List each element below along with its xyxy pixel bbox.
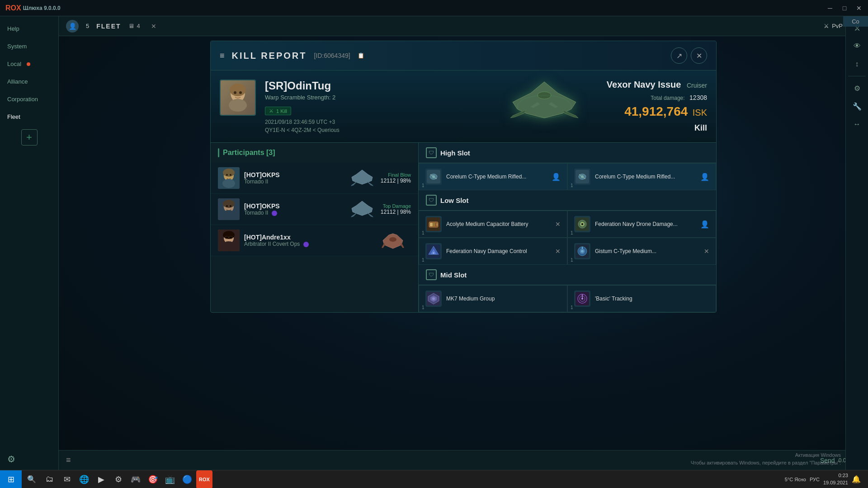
participant-3-avatar xyxy=(218,230,240,251)
mid-slot-item-1[interactable]: 1 MK7 Medium Group xyxy=(419,285,567,312)
divider xyxy=(848,76,866,76)
participant-item[interactable]: [HOT]OKPS Tornado II Final Blow xyxy=(211,163,418,194)
close-button[interactable]: ✕ xyxy=(854,3,864,14)
low-slot-4-close-button[interactable]: ✕ xyxy=(704,248,709,255)
low-slot-item-4[interactable]: 1 Gistum C-Type Medium... xyxy=(567,238,716,265)
kr-copy-icon[interactable]: 📋 xyxy=(358,52,364,59)
sidebar-item-system[interactable]: System xyxy=(0,38,58,55)
notification-center[interactable]: 🔔 xyxy=(852,475,861,483)
start-button[interactable]: ⊞ xyxy=(0,470,22,488)
kr-share-button[interactable]: ↗ xyxy=(671,47,687,64)
kr-victim-section: [SR]OdinTug Warp Scramble Strength: 2 ⚔ … xyxy=(211,70,716,143)
p3-ship-svg xyxy=(381,231,406,249)
victim-avatar xyxy=(220,80,256,116)
side-nav: Help System Local Alliance Corporation F… xyxy=(0,16,59,470)
taskbar-app1[interactable]: 🎮 xyxy=(127,470,144,488)
sidebar-item-local[interactable]: Local xyxy=(0,55,58,73)
taskbar-app2[interactable]: 🎯 xyxy=(145,470,161,488)
slot-icon-2 xyxy=(574,169,590,185)
participants-title: Participants [3] xyxy=(223,149,275,157)
sidebar-item-fleet[interactable]: Fleet xyxy=(0,108,58,126)
bottom-menu-icon[interactable]: ≡ xyxy=(66,455,71,465)
kill-report-modal: ≡ KILL REPORT [ID:6064349] 📋 ↗ ✕ xyxy=(210,41,717,313)
participant-item[interactable]: [HOT]Andre1xx Arbitrator II Covert Ops xyxy=(211,225,418,256)
corelum-icon-svg xyxy=(427,170,440,183)
low-slot-3-close-button[interactable]: ✕ xyxy=(555,248,561,255)
taskbar-cmd[interactable]: ▶ xyxy=(93,470,109,488)
p1-stats: Final Blow 12112 | 98% xyxy=(381,172,411,184)
low-slot-1-close-button[interactable]: ✕ xyxy=(555,221,561,228)
low-slot-icon-4 xyxy=(574,243,590,259)
taskbar-explorer[interactable]: 🗂 xyxy=(42,470,58,488)
low-slot-icon-3 xyxy=(425,243,442,259)
kr-participants-panel: Participants [3] xyxy=(211,143,419,312)
sidebar-item-corporation[interactable]: Corporation xyxy=(0,90,58,108)
taskbar-app3[interactable]: 📺 xyxy=(162,470,178,488)
mk7-icon-svg xyxy=(427,292,440,305)
search-button[interactable]: 🔍 xyxy=(24,470,40,488)
main-area: ≡ KILL REPORT [ID:6064349] 📋 ↗ ✕ xyxy=(59,36,868,470)
kr-header-actions: ↗ ✕ xyxy=(671,47,707,64)
mid-slot-num-1: 1 xyxy=(422,305,425,310)
svg-point-12 xyxy=(223,169,235,177)
high-slot-item-2[interactable]: 1 Corelum C-Type Medium Rifled... xyxy=(567,163,716,190)
fleet-close-button[interactable]: ✕ xyxy=(151,23,156,30)
fed-dmg-icon-svg xyxy=(427,244,440,258)
high-slot-item-1[interactable]: 1 Corelum C-Type Medium Rifled... xyxy=(419,163,567,190)
eye-icon[interactable]: 👁 xyxy=(849,38,865,54)
svg-point-27 xyxy=(222,241,235,250)
mid-slot-num-2: 1 xyxy=(571,305,573,310)
logo-icon: ROX xyxy=(5,4,21,12)
p2-name: [HOT]OKPS xyxy=(244,202,344,210)
low-slot-item-1[interactable]: 1 Acolyte Medium Capacitor xyxy=(419,211,567,238)
taskbar-date: 19.09.2021 xyxy=(823,479,848,486)
taskbar-right: 5°C Ясно РУС 0:23 19.09.2021 🔔 xyxy=(785,472,868,486)
low-slot-item-2[interactable]: 1 Federation Navy Drone Damage... xyxy=(567,211,716,238)
svg-point-66 xyxy=(581,298,583,300)
svg-rect-43 xyxy=(430,223,433,226)
p3-ship-icon xyxy=(379,230,406,251)
low-slot-num-3: 1 xyxy=(422,258,425,263)
mid-slot-item-2[interactable]: 1 'Basic' Tracking xyxy=(567,285,716,312)
pvp-label: PvP xyxy=(832,23,843,29)
taskbar-edge[interactable]: 🌐 xyxy=(76,470,92,488)
high-slot-title: High Slot xyxy=(440,149,470,157)
sidebar-item-help[interactable]: Help xyxy=(0,20,58,38)
kill-result-label: Kill xyxy=(607,123,707,133)
participant-1-info: [HOT]OKPS Tornado II xyxy=(244,171,344,185)
kr-menu-icon[interactable]: ≡ xyxy=(220,51,225,61)
windows-watermark: Активация Windows Чтобы активировать Win… xyxy=(691,451,841,466)
p3-ship: Arbitrator II Covert Ops xyxy=(244,241,375,247)
p1-stat-type: Final Blow xyxy=(381,172,411,178)
kr-close-button[interactable]: ✕ xyxy=(691,47,707,64)
isk-label: ISK xyxy=(693,108,707,117)
participant-item[interactable]: [HOT]OKPS Tornado II xyxy=(211,194,418,225)
minimize-button[interactable]: ─ xyxy=(825,3,835,14)
taskbar-app4[interactable]: 🔵 xyxy=(179,470,195,488)
ship-type: Cruiser xyxy=(687,82,707,89)
mid-slots-grid: 1 MK7 Medium Group xyxy=(419,285,716,312)
p2-stat-type: Top Damage xyxy=(381,203,411,209)
settings-nav-button[interactable]: ⚙ xyxy=(0,448,58,470)
fleet-member-count: 5 xyxy=(86,23,89,29)
kr-slots-panel: 🛡 High Slot 1 xyxy=(419,143,716,312)
resize-icon[interactable]: ↔ xyxy=(849,116,865,132)
settings-icon[interactable]: ⚙ xyxy=(849,80,865,96)
taskbar-game-icon[interactable]: ROX xyxy=(196,470,212,488)
taskbar-settings[interactable]: ⚙ xyxy=(110,470,127,488)
maximize-button[interactable]: □ xyxy=(839,3,850,14)
mid-slot-icon-2 xyxy=(574,291,590,307)
tools-icon[interactable]: 🔧 xyxy=(849,98,865,114)
fleet-label: Fleet xyxy=(7,113,20,120)
low-slot-icon-2 xyxy=(574,216,590,232)
taskbar-mail[interactable]: ✉ xyxy=(59,470,75,488)
sidebar-item-alliance[interactable]: Alliance xyxy=(0,73,58,90)
scroll-icon[interactable]: ↕ xyxy=(849,56,865,72)
topbar-actions: ─ □ ✕ xyxy=(825,3,868,14)
add-channel-button[interactable]: + xyxy=(21,129,38,145)
low-slot-item-3[interactable]: 1 Federation Navy Damage Control xyxy=(419,238,567,265)
participant-2-info: [HOT]OKPS Tornado II xyxy=(244,202,344,216)
low-slot-title: Low Slot xyxy=(440,197,469,204)
svg-point-35 xyxy=(432,175,435,178)
battery-icon-svg xyxy=(427,217,440,231)
